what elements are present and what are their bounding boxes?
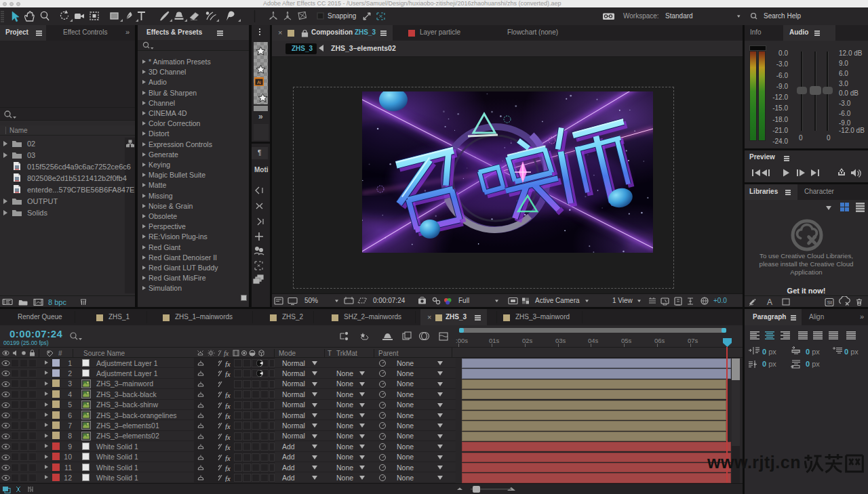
svg-text:fx: fx xyxy=(225,465,231,472)
svg-text:T: T xyxy=(328,350,332,357)
svg-text:fx: fx xyxy=(225,433,231,440)
svg-text:fx: fx xyxy=(225,475,231,482)
svg-text:fx: fx xyxy=(225,413,231,420)
svg-text:Parent: Parent xyxy=(378,350,399,357)
svg-text:Ai: Ai xyxy=(257,80,262,85)
svg-text:A: A xyxy=(767,297,772,307)
svg-text:fx: fx xyxy=(225,392,231,399)
svg-text:fx: fx xyxy=(225,402,231,409)
svg-text:fx: fx xyxy=(225,371,231,378)
svg-text:TrkMat: TrkMat xyxy=(336,350,357,357)
svg-text:fx: fx xyxy=(224,350,229,357)
svg-text:#: # xyxy=(58,350,62,357)
svg-text:fx: fx xyxy=(225,361,231,368)
svg-text:fx: fx xyxy=(225,444,231,451)
svg-text:Mode: Mode xyxy=(279,350,296,357)
svg-text:Source Name: Source Name xyxy=(83,350,125,357)
svg-text:fx: fx xyxy=(225,454,231,461)
svg-text:St: St xyxy=(827,300,833,306)
svg-text:fx: fx xyxy=(225,423,231,430)
